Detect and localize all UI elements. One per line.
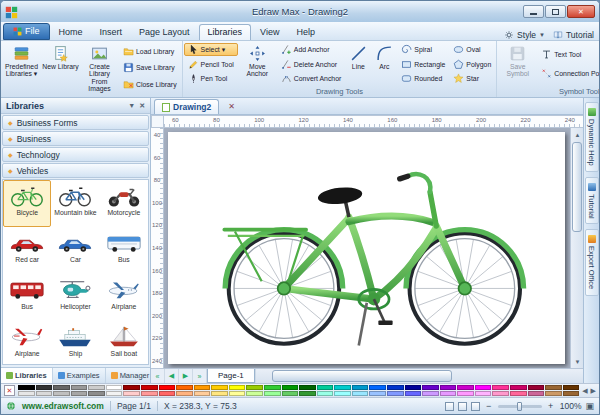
first-page-button[interactable]: « <box>151 369 165 383</box>
next-page-button[interactable]: ▶ <box>179 369 193 383</box>
color-swatch[interactable] <box>317 385 334 390</box>
color-swatch[interactable] <box>229 391 246 396</box>
library-item-helicopter[interactable]: Helicopter <box>51 274 99 321</box>
color-swatch[interactable] <box>563 391 580 396</box>
previous-page-button[interactable]: ◀ <box>165 369 179 383</box>
category-business-forms[interactable]: ◆Business Forms <box>2 115 149 130</box>
palette-scroll-left-icon[interactable]: ◀ <box>582 387 587 395</box>
tab-dynamic-help[interactable]: Dynamic Help <box>585 102 599 172</box>
color-swatch[interactable] <box>528 385 545 390</box>
color-swatch[interactable] <box>211 391 228 396</box>
pan-view-icon[interactable] <box>471 402 480 411</box>
zoom-slider-thumb[interactable] <box>517 402 522 411</box>
color-swatch[interactable] <box>405 385 422 390</box>
color-swatch[interactable] <box>545 385 562 390</box>
color-swatch[interactable] <box>176 385 193 390</box>
normal-view-icon[interactable] <box>445 402 454 411</box>
color-swatch[interactable] <box>317 391 334 396</box>
color-swatch[interactable] <box>352 391 369 396</box>
library-item-car[interactable]: Car <box>51 227 99 274</box>
tab-tutorial[interactable]: Tutorial <box>585 177 599 225</box>
color-swatch[interactable] <box>387 385 404 390</box>
delete-anchor-button[interactable]: Delete Anchor <box>277 58 346 71</box>
category-vehicles[interactable]: ◆Vehicles <box>2 163 149 178</box>
color-swatch[interactable] <box>510 385 527 390</box>
color-swatch[interactable] <box>71 385 88 390</box>
color-swatch[interactable] <box>264 385 281 390</box>
color-swatch[interactable] <box>475 385 492 390</box>
color-swatch[interactable] <box>457 385 474 390</box>
color-swatch[interactable] <box>334 385 351 390</box>
horizontal-scroll-thumb[interactable] <box>272 370 452 382</box>
color-swatch[interactable] <box>440 391 457 396</box>
close-button[interactable]: ✕ <box>567 5 595 18</box>
convert-anchor-button[interactable]: Convert Anchor <box>277 72 346 85</box>
scroll-down-icon[interactable]: ▼ <box>571 355 584 368</box>
library-item-bicycle[interactable]: Bicycle <box>3 180 51 227</box>
color-swatch[interactable] <box>159 385 176 390</box>
full-view-icon[interactable] <box>458 402 467 411</box>
color-swatch[interactable] <box>53 385 70 390</box>
color-swatch[interactable] <box>299 385 316 390</box>
zoom-in-button[interactable]: + <box>546 401 556 411</box>
close-document-icon[interactable]: ✕ <box>225 102 238 111</box>
rectangle-button[interactable]: Rectangle <box>397 58 449 71</box>
color-swatch[interactable] <box>492 385 509 390</box>
color-swatch[interactable] <box>159 391 176 396</box>
color-swatch[interactable] <box>369 385 386 390</box>
category-technology[interactable]: ◆Technology <box>2 147 149 162</box>
color-swatch[interactable] <box>53 391 70 396</box>
arc-button[interactable]: Arc <box>371 42 397 86</box>
color-swatch[interactable] <box>88 391 105 396</box>
vertical-scroll-thumb[interactable] <box>572 142 582 232</box>
close-library-button[interactable]: Close Library <box>119 78 181 91</box>
library-item-airplane[interactable]: Airplane <box>3 321 51 365</box>
palette-scroll-right-icon[interactable]: ▶ <box>591 387 596 395</box>
color-swatch[interactable] <box>194 391 211 396</box>
pen-tool-button[interactable]: Pen Tool <box>184 72 238 85</box>
style-button[interactable]: Style ▼ <box>504 30 545 40</box>
drawing-page[interactable] <box>168 132 565 364</box>
move-anchor-button[interactable]: Move Anchor <box>238 42 277 86</box>
ribbon-tab-page-layout[interactable]: Page Layout <box>131 25 198 40</box>
panel-close-icon[interactable]: ✕ <box>139 102 145 110</box>
color-swatch[interactable] <box>229 385 246 390</box>
pencil-tool-button[interactable]: Pencil Tool <box>184 58 238 71</box>
predefined-libraries-button[interactable]: Predefined Libraries ▾ <box>2 42 41 94</box>
ribbon-tab-insert[interactable]: Insert <box>92 25 131 40</box>
document-tab[interactable]: Drawing2 <box>154 99 219 114</box>
bicycle-drawing[interactable] <box>180 137 557 360</box>
website-link[interactable]: www.edrawsoft.com <box>22 401 104 411</box>
drawing-canvas[interactable] <box>164 128 570 368</box>
color-swatch[interactable] <box>422 391 439 396</box>
library-item-airplane[interactable]: Airplane <box>100 274 148 321</box>
panel-menu-chevron-icon[interactable]: ▼ <box>128 102 135 110</box>
add-anchor-button[interactable]: Add Anchor <box>277 43 346 56</box>
scroll-up-icon[interactable]: ▲ <box>571 128 584 141</box>
minimize-button[interactable] <box>523 5 544 18</box>
color-swatch[interactable] <box>545 391 562 396</box>
zoom-slider[interactable] <box>498 405 542 408</box>
maximize-button[interactable] <box>545 5 566 18</box>
color-swatch[interactable] <box>528 391 545 396</box>
library-item-sail-boat[interactable]: Sail boat <box>100 321 148 365</box>
ribbon-tab-libraries[interactable]: Libraries <box>199 24 252 40</box>
color-swatch[interactable] <box>369 391 386 396</box>
color-swatch[interactable] <box>440 385 457 390</box>
tab-export-office[interactable]: Export Office <box>585 229 599 295</box>
connection-point-tool-button[interactable]: Connection Point Tool <box>537 67 599 80</box>
ribbon-tab-file[interactable]: File <box>3 23 50 40</box>
color-swatch[interactable] <box>71 391 88 396</box>
color-swatch[interactable] <box>510 391 527 396</box>
no-color-swatch[interactable]: ✕ <box>4 385 15 396</box>
last-page-button[interactable]: » <box>193 369 207 383</box>
zoom-out-button[interactable]: − <box>484 401 494 411</box>
fit-page-icon[interactable]: ▣ <box>585 401 594 411</box>
spiral-button[interactable]: Spiral <box>397 43 449 56</box>
page-tab[interactable]: Page-1 <box>207 369 255 383</box>
vertical-scrollbar[interactable]: ▲ ▼ <box>570 128 583 368</box>
create-library-from-images-button[interactable]: Create Library From Images <box>80 42 119 94</box>
color-swatch[interactable] <box>352 385 369 390</box>
color-swatch[interactable] <box>194 385 211 390</box>
library-item-ship[interactable]: Ship <box>51 321 99 365</box>
